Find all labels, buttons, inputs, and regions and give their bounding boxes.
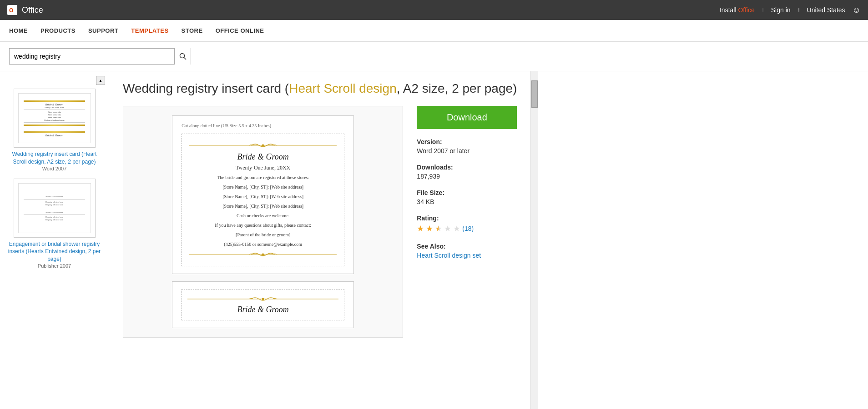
page-title: Wedding registry insert card (Heart Scro… bbox=[123, 80, 517, 97]
content-body: Cut along dotted line (US Size 5.5 x 4.2… bbox=[123, 106, 517, 338]
card-title-1: Bride & Groom bbox=[237, 152, 289, 162]
office-logo-icon: O bbox=[7, 5, 17, 15]
main-scrollbar bbox=[530, 71, 538, 409]
see-also-section: See Also: Heart Scroll design set bbox=[417, 243, 517, 259]
nav-item-office-online[interactable]: OFFICE ONLINE bbox=[216, 27, 264, 34]
main-layout-wrap: ▲ Bride & Groom Twenty-One June, 20XX St… bbox=[0, 71, 868, 409]
sidebar-item-1-label: Wedding registry insert card (Heart Scro… bbox=[5, 150, 103, 166]
downloads-value: 187,939 bbox=[417, 173, 517, 180]
rating-label: Rating: bbox=[417, 214, 517, 222]
card-date: Twenty-One June, 20XX bbox=[236, 165, 290, 171]
scroll-thumb[interactable] bbox=[531, 80, 538, 108]
card-title-2: Bride & Groom bbox=[237, 305, 289, 314]
sidebar-item-2[interactable]: Bride & Groom Name Registry info text he… bbox=[0, 175, 109, 272]
sidebar-item-1-sublabel: Word 2007 bbox=[5, 166, 103, 171]
card-preview-2: Bride & Groom bbox=[172, 281, 354, 328]
search-input[interactable] bbox=[10, 49, 174, 64]
card-body-line7: [Parent of the bride or groom] bbox=[236, 231, 290, 238]
install-text: Install bbox=[720, 6, 737, 14]
card-body-line1: The bride and groom are registered at th… bbox=[217, 174, 309, 181]
svg-point-5 bbox=[262, 145, 264, 147]
office-title: Office bbox=[22, 5, 43, 15]
title-highlight: Heart Scroll design bbox=[289, 81, 397, 95]
sidebar-item-1[interactable]: Bride & Groom Twenty-One June, 20XX Stor… bbox=[0, 85, 109, 175]
see-also-label: See Also: bbox=[417, 243, 517, 250]
star-2-icon: ★ bbox=[426, 224, 433, 234]
install-office-button[interactable]: Install Office bbox=[720, 6, 755, 14]
star-4-icon: ★ bbox=[444, 224, 451, 234]
svg-text:O: O bbox=[9, 7, 13, 14]
rating-count[interactable]: (18) bbox=[462, 225, 474, 232]
file-size-label: File Size: bbox=[417, 189, 517, 196]
topbar-right: Install Office ⁞ Sign in ⁞ United States… bbox=[720, 5, 861, 15]
svg-point-7 bbox=[262, 254, 264, 256]
gold-scroll-top bbox=[189, 141, 337, 150]
sidebar-thumb-1: Bride & Groom Twenty-One June, 20XX Stor… bbox=[14, 89, 96, 148]
title-part2: , A2 size, 2 per page) bbox=[397, 81, 517, 95]
star-1-icon: ★ bbox=[417, 224, 424, 234]
card-body-line3: [Store Name], [City, ST]: [Web site addr… bbox=[222, 193, 303, 200]
card-preview-1: Cut along dotted line (US Size 5.5 x 4.2… bbox=[172, 115, 354, 274]
gold-scroll-2-top bbox=[187, 295, 338, 303]
file-size-value: 34 KB bbox=[417, 198, 517, 205]
sign-in-button[interactable]: Sign in bbox=[771, 6, 791, 14]
region-button[interactable]: United States bbox=[807, 6, 845, 14]
version-label: Version: bbox=[417, 138, 517, 145]
file-size-section: File Size: 34 KB bbox=[417, 189, 517, 205]
svg-line-3 bbox=[184, 58, 186, 60]
rating-section: Rating: ★ ★ ★ ★ ★ (18) bbox=[417, 214, 517, 234]
card-body-line8: (425)555-0150 or someone@example.com bbox=[224, 241, 302, 248]
cut-text: Cut along dotted line (US Size 5.5 x 4.2… bbox=[182, 123, 271, 128]
rating-stars: ★ ★ ★ ★ ★ (18) bbox=[417, 224, 517, 234]
topbar: O Office Install Office ⁞ Sign in ⁞ Unit… bbox=[0, 0, 868, 20]
office-text: Office bbox=[738, 6, 754, 14]
topbar-divider: ⁞ bbox=[762, 6, 764, 14]
nav-item-home[interactable]: HOME bbox=[9, 27, 28, 34]
downloads-section: Downloads: 187,939 bbox=[417, 164, 517, 180]
sidebar-thumb-2: Bride & Groom Name Registry info text he… bbox=[14, 179, 96, 238]
topbar-separator: ⁞ bbox=[798, 6, 800, 14]
svg-point-2 bbox=[180, 54, 184, 58]
sidebar-item-2-sublabel: Publisher 2007 bbox=[5, 263, 103, 269]
sidebar-item-2-label: Engagement or bridal shower registry ins… bbox=[5, 240, 103, 263]
version-value: Word 2007 or later bbox=[417, 147, 517, 155]
nav-item-store[interactable]: STORE bbox=[182, 27, 203, 34]
navbar: HOMEPRODUCTSSUPPORTTEMPLATESSTOREOFFICE … bbox=[0, 20, 868, 42]
star-5-icon: ★ bbox=[453, 224, 460, 234]
card-inner-2: Bride & Groom bbox=[182, 289, 344, 320]
search-wrap bbox=[9, 48, 191, 65]
template-preview: Cut along dotted line (US Size 5.5 x 4.2… bbox=[123, 106, 403, 338]
topbar-left: O Office bbox=[7, 5, 43, 15]
downloads-label: Downloads: bbox=[417, 164, 517, 171]
card-body-line6: If you have any questions about gifts, p… bbox=[215, 222, 311, 229]
scroll-up-button[interactable]: ▲ bbox=[96, 76, 105, 85]
card-body-line5: Cash or checks are welcome. bbox=[237, 212, 289, 219]
search-icon bbox=[179, 53, 187, 60]
search-button[interactable] bbox=[174, 48, 191, 65]
sidebar: ▲ Bride & Groom Twenty-One June, 20XX St… bbox=[0, 71, 109, 409]
searchbar bbox=[0, 42, 868, 71]
right-panel: Download Version: Word 2007 or later Dow… bbox=[417, 106, 517, 338]
download-button[interactable]: Download bbox=[417, 106, 517, 129]
nav-item-support[interactable]: SUPPORT bbox=[88, 27, 118, 34]
nav-item-templates[interactable]: TEMPLATES bbox=[131, 27, 168, 34]
title-part1: Wedding registry insert card ( bbox=[123, 81, 289, 95]
card-body-line2: [Store Name], [City, ST]: [Web site addr… bbox=[222, 184, 303, 190]
main-layout: ▲ Bride & Groom Twenty-One June, 20XX St… bbox=[0, 71, 530, 409]
card-body-line4: [Store Name], [City, ST]: [Web site addr… bbox=[222, 203, 303, 209]
star-3-icon: ★ bbox=[435, 224, 442, 234]
nav-item-products[interactable]: PRODUCTS bbox=[40, 27, 76, 34]
emoji-icon[interactable]: ☺ bbox=[853, 5, 861, 15]
content-area: Wedding registry insert card (Heart Scro… bbox=[109, 71, 530, 409]
card-inner-1: Bride & Groom Twenty-One June, 20XX The … bbox=[182, 134, 344, 266]
gold-scroll-bottom bbox=[189, 250, 337, 259]
version-section: Version: Word 2007 or later bbox=[417, 138, 517, 155]
svg-point-9 bbox=[262, 298, 264, 300]
see-also-link[interactable]: Heart Scroll design set bbox=[417, 252, 517, 259]
